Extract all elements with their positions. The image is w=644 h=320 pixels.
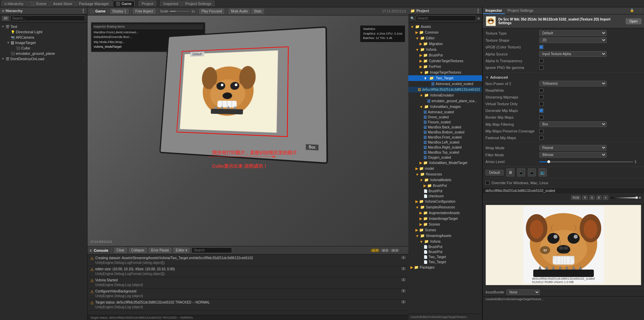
proj-emulator-file[interactable]: ▶ 🖼 emulator_ground_plane_sca... <box>408 98 482 104</box>
proj-brushpot-stream-1[interactable]: 📄 BrushPot <box>408 244 482 249</box>
insp-srgb-checkbox[interactable] <box>539 45 543 49</box>
insp-ignorepng-checkbox[interactable] <box>539 66 543 70</box>
tab-project[interactable]: Project <box>139 1 156 6</box>
insp-texture-type-select[interactable]: Default <box>539 30 607 36</box>
platform-monitor-btn[interactable]: 🖥 <box>506 168 514 176</box>
channel-g-btn[interactable]: G <box>589 195 595 200</box>
proj-marsbox-front[interactable]: 🖼 MarsBox.Front_scaled <box>408 135 482 140</box>
tab-package-manager[interactable]: Package Manager <box>76 1 112 6</box>
proj-assets-folder[interactable]: ▼ 📁 Assets <box>408 24 482 30</box>
insp-nonpower-select[interactable]: ToNearest <box>539 81 607 86</box>
proj-instantimage-folder[interactable]: ▶ 📁 InstantImageTarget <box>408 216 482 222</box>
proj-two-target-stream-1[interactable]: 📄 Two_Target <box>408 254 482 259</box>
console-row-2[interactable]: ⚠ Vuforia Started UnityEngine.Debug:Log … <box>88 277 408 288</box>
tab-scene[interactable]: ⬛ Scene <box>27 1 49 7</box>
insp-advanced-header[interactable]: ▼ Advanced <box>485 74 641 80</box>
proj-scenes-folder[interactable]: ▶ 📁 Scenes <box>408 227 482 233</box>
insp-filtermode-select[interactable]: Bilinear <box>539 152 607 158</box>
tab-project-settings[interactable]: Project Settings <box>182 1 214 6</box>
inspector-lock-icon[interactable]: 🔒 <box>627 7 637 14</box>
console-clear-btn[interactable]: Clear <box>114 248 127 253</box>
proj-marsbox-top[interactable]: 🖼 MarsBox.Top_scaled <box>408 150 482 155</box>
console-options-btn[interactable]: ⋮ <box>403 248 406 252</box>
proj-vuforia-config-folder[interactable]: ▶ 📁 VuforiaConfiguration <box>408 199 482 204</box>
inspector-menu-btn[interactable]: ⋮ <box>637 7 644 14</box>
insp-generate-mipmaps-checkbox[interactable] <box>539 109 543 113</box>
play-focused-btn[interactable]: Play Focused <box>199 9 225 14</box>
insp-override-checkbox[interactable] <box>485 181 489 185</box>
console-editor-btn[interactable]: Editor ▾ <box>173 248 190 253</box>
hierarchy-item-imagetarget[interactable]: ▼ 🖼 ImageTarget <box>0 40 87 45</box>
insp-border-mipmaps-checkbox[interactable] <box>539 115 543 119</box>
proj-vuforiamars-folder[interactable]: ▼ 📁 VuforiaMars_Images <box>408 104 482 110</box>
proj-astronaut-scaled[interactable]: 🖼 Astronaut_scaled <box>408 110 482 115</box>
proj-model-folder[interactable]: ▶ 📁 model <box>408 166 482 171</box>
proj-fissure-scaled[interactable]: 🖼 Fissure_scaled <box>408 120 482 125</box>
proj-brushpot-file-1[interactable]: 📄 BrushPot <box>408 189 482 194</box>
assetbundle-select[interactable]: None <box>506 289 540 295</box>
insp-streaming-mipmaps-checkbox[interactable] <box>539 95 543 99</box>
proj-migration-folder[interactable]: ▶ 📁 Migration <box>408 41 482 47</box>
insp-virtual-texture-checkbox[interactable] <box>539 102 543 106</box>
insp-preserve-coverage-checkbox[interactable] <box>539 129 543 133</box>
hierarchy-dropdown[interactable]: All <box>2 16 9 21</box>
project-search-input[interactable] <box>416 15 476 21</box>
proj-drone-scaled[interactable]: 🖼 Drone_scaled <box>408 115 482 120</box>
hierarchy-item-directional-light[interactable]: 💡 Directional Light <box>0 29 87 35</box>
proj-vuforiamars-model[interactable]: ▶ 📁 VuforiaMars_ModelTarget <box>408 160 482 166</box>
insp-alpha-source-select[interactable]: Input Texture Alpha <box>539 51 607 57</box>
mute-audio-btn[interactable]: Mute Audio <box>229 9 250 14</box>
project-settings-tab[interactable]: Project Settings <box>505 7 536 14</box>
console-row-4[interactable]: ⚠ Target status: de5cc9f9dc35d251dc3d861… <box>88 299 408 311</box>
stats-btn[interactable]: Stats <box>251 9 264 14</box>
platform-tv-btn[interactable]: 📺 <box>539 168 547 176</box>
hierarchy-item-dontdestroy[interactable]: ▼ 🎬 DontDestroyOnLoad ⋮ <box>0 56 87 62</box>
proj-marsbox-right[interactable]: 🖼 MarsBox.Right_scaled <box>408 145 482 150</box>
aspect-btn[interactable]: Free Aspect <box>133 9 156 14</box>
proj-samplesresources-folder[interactable]: ▼ 📁 SamplesResources <box>408 204 482 210</box>
insp-wrapmode-select[interactable]: Repeat <box>539 145 607 151</box>
console-search-input[interactable] <box>192 247 232 253</box>
proj-marsbox-back[interactable]: 🖼 MarsBox.Back_scaled <box>408 125 482 130</box>
hierarchy-item-cube[interactable]: ⬛ Cube <box>0 45 87 51</box>
proj-vuforiamodels-folder[interactable]: ▼ 📁 VuforiaModels <box>408 177 482 183</box>
hierarchy-item-test[interactable]: ▼ 🎬 Test ⋮ <box>0 24 87 29</box>
proj-two-target-stream-2[interactable]: 📄 Two_Target <box>408 259 482 265</box>
console-row-3[interactable]: ⚠ ConfigureVideoBackground UnityEngine.D… <box>88 288 408 299</box>
proj-scenes-sub-folder[interactable]: ▶ 📁 Scenes <box>408 222 482 227</box>
proj-marsbox-bottom[interactable]: 🖼 MarsBox.Bottom_scaled <box>408 130 482 135</box>
tab-inspector[interactable]: Inspector <box>160 1 181 6</box>
hierarchy-item-dontdestroy-menu[interactable]: ⋮ <box>82 57 86 61</box>
proj-editor-folder[interactable]: ▼ 📁 Editor <box>408 35 482 41</box>
insp-mipmap-filtering-select[interactable]: Box <box>539 121 607 127</box>
proj-forprint-folder[interactable]: ▶ 📁 ForPrint <box>408 64 482 70</box>
proj-imagetargettextures-folder[interactable]: ▼ 📁 ImageTargetTextures <box>408 70 482 75</box>
insp-readwrite-checkbox[interactable] <box>539 88 543 92</box>
display-btn[interactable]: Display 1 <box>110 9 129 14</box>
proj-common-folder[interactable]: ▶ 📁 Common <box>408 30 482 35</box>
tab-hierarchy[interactable]: ≡ Hierarchy <box>1 1 27 6</box>
tab-game[interactable]: ⬛ Game <box>113 1 135 7</box>
console-error-pause-btn[interactable]: Error Pause <box>149 248 171 253</box>
proj-resources-folder[interactable]: ▼ 📁 Resources <box>408 171 482 177</box>
proj-vuforiaemulator-folder[interactable]: ▼ 📁 VuforiaEmulator <box>408 92 482 98</box>
proj-two-target-folder[interactable]: ▼ 📁 Two_Target <box>408 75 482 81</box>
hierarchy-item-emulator[interactable]: ⬛ emulator_ground_plane <box>0 51 87 56</box>
inspector-open-btn[interactable]: Open <box>626 18 641 24</box>
insp-alpha-transparency-checkbox[interactable] <box>539 59 543 63</box>
hierarchy-item-arcamera[interactable]: 📷 ARCamera <box>0 35 87 40</box>
proj-de5cc-file[interactable]: ▶ 🖼 de5cc9f9dc35d251dc3d86132ceb5102 <box>408 87 482 92</box>
proj-astronaut-file[interactable]: ▶ 🖼 Astronaut_scaled_scaled <box>408 81 482 87</box>
tab-asset-store[interactable]: Asset Store <box>50 1 75 6</box>
console-row-0[interactable]: ⚠ Creating dataset: Assets\StreamingAsse… <box>88 255 408 266</box>
proj-brushpot-folder-2[interactable]: ▶ 📁 BrushPot <box>408 183 482 189</box>
platform-default-btn[interactable]: Default <box>485 170 504 175</box>
channel-r-btn[interactable]: R <box>582 195 588 200</box>
hierarchy-item-test-menu[interactable]: ⋮ <box>82 25 86 29</box>
insp-texture-shape-select[interactable]: 2D <box>539 37 607 43</box>
channel-rgb-btn[interactable]: RGB <box>571 195 581 200</box>
proj-checksum-file[interactable]: 📄 checksum <box>408 194 482 199</box>
inspector-tab[interactable]: Inspector <box>483 7 505 14</box>
channel-b-btn[interactable]: B <box>596 195 602 200</box>
proj-brushpot-stream-2[interactable]: 📄 BrushPot <box>408 249 482 254</box>
